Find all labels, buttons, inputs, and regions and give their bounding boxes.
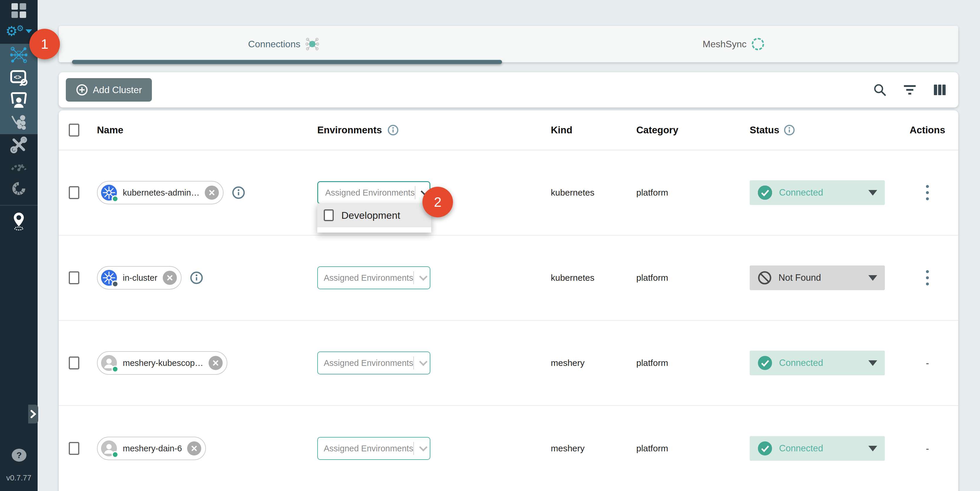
environment-option-checkbox[interactable] xyxy=(324,210,334,221)
add-cluster-button[interactable]: Add Cluster xyxy=(66,78,152,102)
sidebar-item-environment-location[interactable] xyxy=(0,211,38,231)
connection-name-chip[interactable]: meshery-kubescop… xyxy=(97,351,228,375)
person-avatar-icon xyxy=(100,440,118,457)
dropdown-arrow-icon xyxy=(869,190,877,195)
row-checkbox[interactable] xyxy=(69,442,79,455)
dashboard-icon xyxy=(11,3,26,18)
meshery-logo-icon xyxy=(10,180,27,197)
table-row: meshery-kubescop… Assigned Environments … xyxy=(59,321,958,406)
connection-status-dot xyxy=(111,365,119,373)
code-wrench-icon: <> xyxy=(10,70,28,86)
remove-connection-button[interactable] xyxy=(208,356,223,370)
select-all-checkbox[interactable] xyxy=(69,124,79,137)
status-dropdown-connected[interactable]: Connected xyxy=(750,436,885,461)
sidebar-expand-button[interactable] xyxy=(28,405,38,423)
connection-name-chip[interactable]: meshery-dain-6 xyxy=(97,437,206,460)
row-actions-menu-button[interactable] xyxy=(924,268,931,288)
status-info-icon[interactable] xyxy=(783,124,795,136)
sidebar-item-dashboard[interactable] xyxy=(0,3,38,18)
remove-connection-button[interactable] xyxy=(163,271,177,285)
sidebar-item-adapters[interactable]: <> xyxy=(0,69,38,86)
table-header-row: Name Environments Kind Category Status A… xyxy=(59,110,958,150)
row-checkbox[interactable] xyxy=(69,271,79,284)
filter-button[interactable] xyxy=(903,84,916,96)
search-icon xyxy=(873,83,886,97)
connection-name-label: in-cluster xyxy=(123,273,158,283)
connection-name-chip[interactable]: kubernetes-admin… xyxy=(97,181,224,204)
assigned-environments-select[interactable]: Assigned Environments xyxy=(317,266,430,289)
connection-name-label: kubernetes-admin… xyxy=(123,188,199,198)
sidebar-item-performance[interactable] xyxy=(0,157,38,173)
sidebar-item-extensions[interactable] xyxy=(0,180,38,197)
remove-connection-button[interactable] xyxy=(187,442,201,456)
dropdown-arrow-icon xyxy=(869,275,877,281)
svg-text:<>: <> xyxy=(14,73,21,81)
search-button[interactable] xyxy=(873,83,886,97)
screen-user-icon xyxy=(10,92,28,108)
column-header-environments: Environments xyxy=(317,124,382,136)
category-cell: platform xyxy=(636,358,668,368)
check-circle-icon xyxy=(757,355,773,370)
environment-option-development[interactable]: Development xyxy=(317,203,431,227)
status-dropdown-connected[interactable]: Connected xyxy=(750,180,885,205)
gears-icon: ⚙⚙ xyxy=(6,24,24,38)
environments-info-icon[interactable] xyxy=(387,124,399,136)
view-columns-button[interactable] xyxy=(933,84,947,96)
environments-placeholder: Assigned Environments xyxy=(324,273,413,283)
help-button[interactable]: ? xyxy=(12,449,26,462)
version-label: v0.7.77 xyxy=(0,474,38,483)
category-cell: platform xyxy=(636,273,668,283)
row-actions-menu-button[interactable] xyxy=(924,183,931,203)
sidebar-item-designs[interactable] xyxy=(0,114,38,130)
connection-name-label: meshery-dain-6 xyxy=(123,444,182,453)
status-label: Connected xyxy=(779,443,823,454)
tab-meshsync[interactable]: MeshSync xyxy=(509,26,958,62)
column-header-actions: Actions xyxy=(910,124,945,136)
tab-connections-label: Connections xyxy=(248,39,301,49)
check-circle-icon xyxy=(757,441,773,456)
tab-connections[interactable]: Connections xyxy=(59,26,509,62)
status-dropdown-connected[interactable]: Connected xyxy=(750,351,885,375)
chevron-down-icon xyxy=(419,358,428,366)
connection-info-icon[interactable] xyxy=(232,186,245,199)
annotation-step-1-badge: 1 xyxy=(29,29,60,59)
sidebar: ⚙⚙ <> xyxy=(0,0,38,491)
connection-name-chip[interactable]: in-cluster xyxy=(97,266,181,289)
status-dropdown-notfound[interactable]: Not Found xyxy=(750,265,885,290)
environments-placeholder: Assigned Environments xyxy=(325,188,415,198)
assigned-environments-select[interactable]: Assigned Environments xyxy=(317,181,430,204)
tools-icon xyxy=(10,136,27,153)
kanvas-graph-icon xyxy=(10,114,27,130)
person-avatar-icon xyxy=(100,354,118,372)
chevron-down-icon xyxy=(25,29,32,33)
filter-icon xyxy=(903,84,916,96)
dropdown-arrow-icon xyxy=(869,360,877,366)
assigned-environments-select[interactable]: Assigned Environments xyxy=(317,437,430,460)
kubernetes-avatar-icon xyxy=(100,269,118,286)
connections-table: Name Environments Kind Category Status A… xyxy=(59,110,958,491)
column-header-status: Status xyxy=(750,124,780,136)
column-header-name: Name xyxy=(97,124,123,136)
tab-meshsync-label: MeshSync xyxy=(703,39,746,49)
column-header-category: Category xyxy=(636,124,678,135)
environments-dropdown-menu: Development xyxy=(317,203,431,233)
actions-empty-dash: - xyxy=(926,358,929,369)
connections-mesh-icon xyxy=(10,46,27,64)
table-row: in-cluster Assigned Environments kuberne… xyxy=(59,235,958,321)
assigned-environments-select[interactable]: Assigned Environments xyxy=(317,351,430,374)
close-icon xyxy=(208,189,215,196)
meshsync-spinner-icon xyxy=(752,38,764,50)
close-icon xyxy=(212,359,219,367)
chevron-down-icon xyxy=(419,443,428,451)
sidebar-item-profiles[interactable] xyxy=(0,92,38,109)
check-circle-icon xyxy=(757,185,773,200)
remove-connection-button[interactable] xyxy=(205,186,219,200)
connection-info-icon[interactable] xyxy=(190,271,203,284)
sidebar-item-configuration[interactable] xyxy=(0,136,38,153)
environments-placeholder: Assigned Environments xyxy=(324,358,413,368)
row-checkbox[interactable] xyxy=(69,356,79,369)
toolbar-card: Add Cluster xyxy=(59,72,958,108)
row-checkbox[interactable] xyxy=(69,186,79,199)
location-pin-icon xyxy=(11,211,27,231)
kind-cell: meshery xyxy=(551,358,585,368)
